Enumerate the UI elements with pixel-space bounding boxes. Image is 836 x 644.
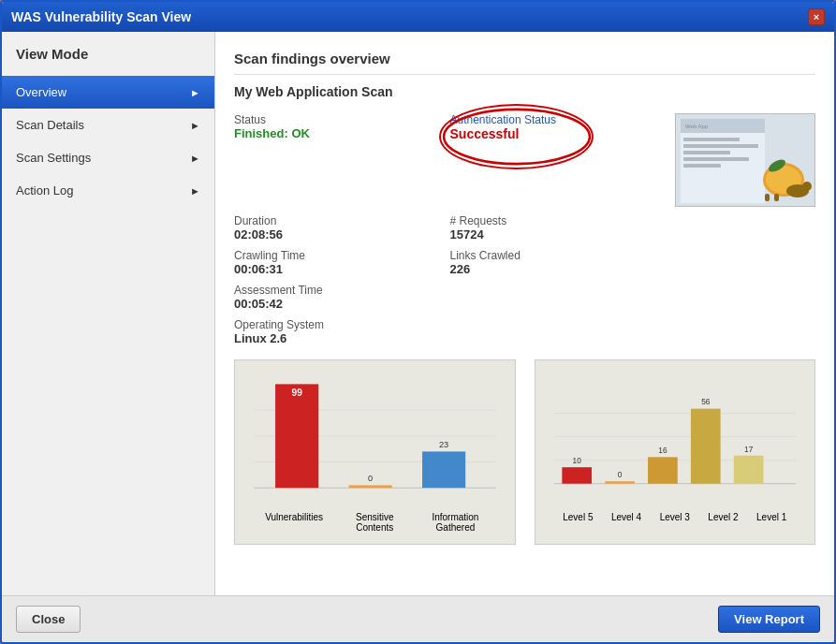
svg-text:56: 56 bbox=[701, 397, 711, 406]
svg-rect-35 bbox=[648, 457, 678, 483]
auth-status-label: Authentication Status bbox=[450, 113, 556, 126]
svg-rect-23 bbox=[349, 485, 392, 488]
links-crawled-label: Links Crawled bbox=[450, 249, 667, 262]
sidebar-item-scan-settings[interactable]: Scan Settings ► bbox=[2, 141, 214, 174]
svg-rect-7 bbox=[683, 151, 730, 154]
crawling-col: Crawling Time 00:06:31 bbox=[234, 249, 450, 276]
svg-rect-5 bbox=[683, 138, 740, 141]
duration-col: Duration 02:08:56 bbox=[234, 214, 450, 242]
svg-point-14 bbox=[802, 182, 812, 191]
auth-status-container: Authentication Status Successful bbox=[450, 113, 556, 141]
spacer-col4 bbox=[666, 318, 815, 345]
svg-text:10: 10 bbox=[572, 456, 581, 465]
status-value: Finished: OK bbox=[234, 126, 450, 140]
sidebar-item-action-log[interactable]: Action Log ► bbox=[2, 174, 214, 207]
svg-text:99: 99 bbox=[292, 388, 303, 398]
crawling-row: Crawling Time 00:06:31 Links Crawled 226 bbox=[234, 249, 815, 276]
chart2-svg: 10 0 16 56 17 bbox=[554, 379, 797, 510]
window-title: WAS Vulnerability Scan View bbox=[11, 9, 191, 24]
svg-rect-25 bbox=[422, 451, 465, 488]
requests-label: # Requests bbox=[450, 214, 667, 227]
assessment-time-label: Assessment Time bbox=[234, 284, 450, 297]
chart2-label-2: Level 4 bbox=[602, 512, 651, 522]
assessment-col: Assessment Time 00:05:42 bbox=[234, 284, 450, 311]
svg-rect-21 bbox=[275, 384, 318, 488]
svg-text:16: 16 bbox=[658, 446, 667, 455]
sidebar: View Mode Overview ► Scan Details ► Scan… bbox=[2, 32, 215, 595]
chevron-right-icon: ► bbox=[190, 87, 200, 98]
scan-name: My Web Application Scan bbox=[234, 84, 815, 99]
assessment-time-value: 00:05:42 bbox=[234, 297, 450, 311]
thumbnail-col: Web App bbox=[666, 113, 815, 207]
sidebar-scan-details-label: Scan Details bbox=[16, 118, 84, 132]
svg-rect-8 bbox=[683, 157, 749, 161]
links-col: Links Crawled 226 bbox=[450, 249, 667, 276]
auth-status-value: Successful bbox=[450, 126, 556, 141]
auth-status-col: Authentication Status Successful bbox=[450, 113, 667, 207]
sidebar-item-overview[interactable]: Overview ► bbox=[2, 76, 214, 109]
section-title: Scan findings overview bbox=[234, 51, 815, 75]
svg-rect-37 bbox=[690, 409, 720, 484]
os-row: Operating System Linux 2.6 bbox=[234, 318, 815, 345]
sidebar-title: View Mode bbox=[2, 46, 214, 76]
chart1-container: 99 0 23 Vulnerabilities SensitiveContent… bbox=[234, 359, 516, 545]
svg-text:0: 0 bbox=[368, 474, 373, 483]
chart1-labels: Vulnerabilities SensitiveContents Inform… bbox=[244, 510, 506, 534]
main-content: Scan findings overview My Web Applicatio… bbox=[215, 32, 834, 595]
svg-text:Web App: Web App bbox=[685, 124, 709, 129]
spacer-col3 bbox=[666, 284, 815, 311]
crawling-time-value: 00:06:31 bbox=[234, 262, 450, 276]
title-bar: WAS Vulnerability Scan View × bbox=[2, 2, 834, 32]
svg-text:17: 17 bbox=[744, 445, 754, 454]
svg-rect-39 bbox=[733, 456, 763, 484]
charts-row: 99 0 23 Vulnerabilities SensitiveContent… bbox=[234, 359, 815, 545]
svg-rect-6 bbox=[683, 144, 758, 148]
svg-rect-31 bbox=[562, 467, 592, 484]
chart2-label-4: Level 2 bbox=[699, 512, 748, 522]
scan-thumbnail: Web App bbox=[675, 113, 815, 207]
chart2-container: 10 0 16 56 17 bbox=[535, 359, 816, 545]
spacer-col bbox=[666, 214, 815, 242]
window-close-button[interactable]: × bbox=[808, 8, 825, 25]
requests-col: # Requests 15724 bbox=[450, 214, 667, 242]
chart1-label-2: SensitiveContents bbox=[334, 512, 415, 533]
sidebar-action-log-label: Action Log bbox=[16, 183, 73, 198]
spacer4 bbox=[450, 318, 667, 345]
window-body: View Mode Overview ► Scan Details ► Scan… bbox=[2, 32, 834, 595]
svg-text:23: 23 bbox=[439, 440, 448, 449]
sidebar-scan-settings-label: Scan Settings bbox=[16, 151, 91, 165]
chevron-right-icon: ► bbox=[190, 120, 200, 131]
status-col: Status Finished: OK bbox=[234, 113, 450, 207]
status-row: Status Finished: OK Authentication Statu… bbox=[234, 113, 815, 207]
chart2-label-5: Level 1 bbox=[747, 512, 796, 522]
duration-row: Duration 02:08:56 # Requests 15724 bbox=[234, 214, 815, 242]
chart1-label-1: Vulnerabilities bbox=[254, 512, 334, 533]
footer: Close View Report bbox=[2, 595, 834, 642]
duration-label: Duration bbox=[234, 214, 450, 227]
svg-text:0: 0 bbox=[617, 470, 622, 479]
assessment-row: Assessment Time 00:05:42 bbox=[234, 284, 815, 311]
svg-rect-33 bbox=[605, 481, 635, 484]
main-window: WAS Vulnerability Scan View × View Mode … bbox=[0, 0, 836, 644]
os-col: Operating System Linux 2.6 bbox=[234, 318, 450, 345]
requests-value: 15724 bbox=[450, 227, 667, 242]
os-value: Linux 2.6 bbox=[234, 331, 450, 345]
sidebar-item-scan-details[interactable]: Scan Details ► bbox=[2, 109, 214, 141]
view-report-button[interactable]: View Report bbox=[718, 606, 820, 633]
chart2-label-1: Level 5 bbox=[554, 512, 603, 522]
os-label: Operating System bbox=[234, 318, 450, 331]
links-crawled-value: 226 bbox=[450, 262, 667, 276]
spacer3 bbox=[450, 284, 667, 311]
spacer-col2 bbox=[666, 249, 815, 276]
chart1-svg: 99 0 23 bbox=[254, 379, 496, 510]
svg-rect-15 bbox=[765, 194, 770, 201]
chevron-right-icon: ► bbox=[190, 185, 200, 197]
svg-rect-16 bbox=[774, 194, 779, 201]
status-label: Status bbox=[234, 113, 450, 126]
duration-value: 02:08:56 bbox=[234, 227, 450, 242]
close-button[interactable]: Close bbox=[16, 606, 81, 633]
chart1-label-3: InformationGathered bbox=[415, 512, 495, 533]
chevron-right-icon: ► bbox=[190, 153, 200, 164]
sidebar-overview-label: Overview bbox=[16, 85, 66, 99]
svg-rect-9 bbox=[683, 164, 721, 168]
